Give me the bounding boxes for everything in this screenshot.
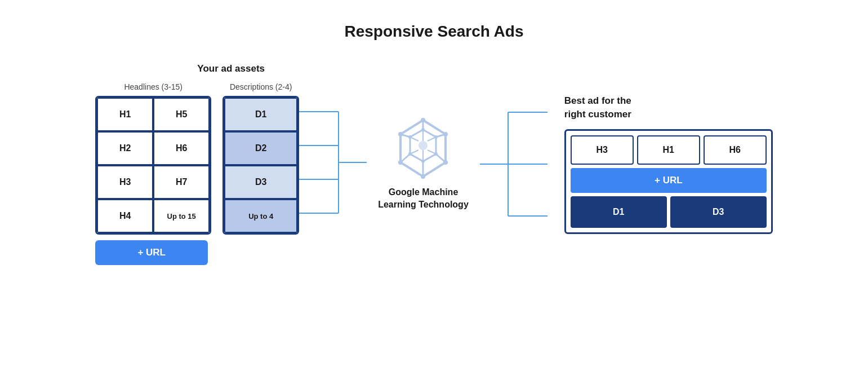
best-ad-title: Best ad for the right customer xyxy=(564,94,631,121)
best-ad-headlines-row: H3 H1 H6 xyxy=(571,135,767,165)
svg-point-31 xyxy=(408,152,412,156)
ad-assets-title: Your ad assets xyxy=(197,63,265,74)
best-ad-section: Best ad for the right customer H3 H1 H6 … xyxy=(564,94,773,234)
desc-d3: D3 xyxy=(224,165,297,199)
headline-h7: H7 xyxy=(153,165,210,199)
svg-point-23 xyxy=(443,160,448,165)
descriptions-grid: D1 D2 D3 Up to 4 xyxy=(222,96,299,235)
svg-point-8 xyxy=(419,141,428,150)
headline-h6: H6 xyxy=(153,131,210,165)
svg-point-32 xyxy=(408,135,412,139)
best-h6: H6 xyxy=(704,135,767,165)
left-url-bar: + URL xyxy=(95,240,208,265)
svg-point-28 xyxy=(434,135,438,139)
ml-label: Google Machine Learning Technology xyxy=(378,186,469,211)
ad-assets-section: Your ad assets Headlines (3-15) H1 H5 H2… xyxy=(95,63,367,265)
svg-point-27 xyxy=(421,128,425,131)
main-content: Your ad assets Headlines (3-15) H1 H5 H2… xyxy=(0,63,868,265)
best-d3: D3 xyxy=(670,196,767,228)
headline-h4: H4 xyxy=(97,199,153,233)
svg-point-29 xyxy=(434,152,438,156)
best-h1: H1 xyxy=(637,135,700,165)
headline-h2: H2 xyxy=(97,131,153,165)
desc-upto4: Up to 4 xyxy=(224,199,297,233)
ml-icon-svg xyxy=(392,117,454,179)
svg-point-25 xyxy=(398,160,403,165)
svg-point-22 xyxy=(443,132,448,136)
left-connectors-svg xyxy=(299,95,367,232)
headlines-column: Headlines (3-15) H1 H5 H2 H6 H3 H7 H4 Up… xyxy=(95,82,211,265)
best-ad-card: H3 H1 H6 + URL D1 D3 xyxy=(564,129,773,234)
svg-point-26 xyxy=(398,132,403,136)
best-h3: H3 xyxy=(571,135,634,165)
best-url-bar: + URL xyxy=(571,168,767,193)
best-d1: D1 xyxy=(571,196,667,228)
right-connectors-svg xyxy=(480,95,547,233)
headlines-grid: H1 H5 H2 H6 H3 H7 H4 Up to 15 xyxy=(95,96,211,235)
svg-point-21 xyxy=(421,118,425,122)
page-title: Responsive Search Ads xyxy=(345,23,524,41)
svg-point-24 xyxy=(421,174,425,179)
descriptions-label: Descriptions (2-4) xyxy=(222,82,299,91)
headline-upto15: Up to 15 xyxy=(153,199,210,233)
headlines-label: Headlines (3-15) xyxy=(95,82,211,91)
headline-h1: H1 xyxy=(97,98,153,131)
descriptions-column: Descriptions (2-4) D1 D2 D3 Up to 4 xyxy=(222,82,299,235)
desc-d1: D1 xyxy=(224,98,297,131)
descriptions-connector-group: Descriptions (2-4) D1 D2 D3 Up to 4 xyxy=(217,82,367,235)
ml-section: Google Machine Learning Technology xyxy=(378,117,469,211)
headline-h5: H5 xyxy=(153,98,210,131)
headline-h3: H3 xyxy=(97,165,153,199)
desc-d2: D2 xyxy=(224,131,297,165)
best-desc-row: D1 D3 xyxy=(571,196,767,228)
svg-point-30 xyxy=(421,160,425,163)
